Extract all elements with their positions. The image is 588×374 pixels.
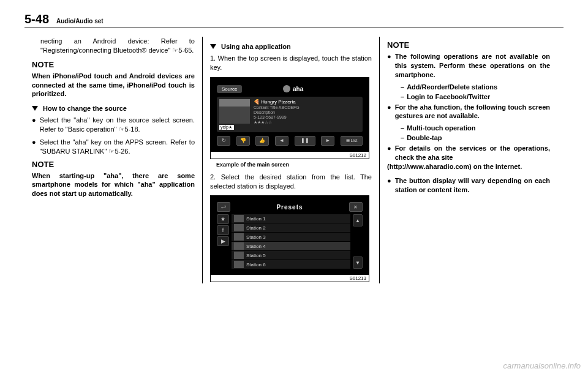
screenshot-aha-presets: ⮐ Presets ✕ ★ f ▶ Station 1 Station 2 St… xyxy=(211,196,369,275)
scroll-down-button[interactable]: ▼ xyxy=(353,256,363,269)
content-title: Content Title ABCDEFG xyxy=(254,105,300,110)
aha-logo: aha xyxy=(283,85,303,92)
down-triangle-icon xyxy=(32,106,38,111)
aha-logo-icon xyxy=(283,85,290,92)
aha-logo-text: aha xyxy=(293,86,303,92)
side-icons: ★ f ▶ xyxy=(217,214,229,269)
repeat-button[interactable]: ↻ xyxy=(217,136,230,146)
presets-title: Presets xyxy=(276,204,303,211)
bullet-icon: ● xyxy=(387,52,391,80)
figure-caption: Example of the main screen xyxy=(216,162,372,168)
watermark: carmanualsonline.info xyxy=(503,361,581,370)
back-button[interactable]: ⮐ xyxy=(217,202,230,212)
note-bullet: ● For the aha function, the following to… xyxy=(387,103,550,121)
yelp-badge: yelp★ xyxy=(219,125,234,130)
facebook-icon[interactable]: f xyxy=(217,225,229,235)
station-title: 🍕 Hungry Pizzeria xyxy=(254,99,300,105)
dash-item: –Add/Reorder/Delete stations xyxy=(387,83,550,91)
note-body: When starting-up "aha", there are some s… xyxy=(32,171,195,199)
dislike-button[interactable]: 👎 xyxy=(236,136,250,146)
bullet-icon: ● xyxy=(387,176,391,195)
station-row[interactable]: Station 3 xyxy=(232,233,350,241)
note-heading: NOTE xyxy=(32,60,195,69)
control-bar: ↻ 👎 👍 ◄ ❚❚ ► ☰ List xyxy=(217,136,363,146)
note-heading: NOTE xyxy=(387,40,550,50)
next-button[interactable]: ► xyxy=(321,136,334,146)
bullet-text: Select the "aha" key on the source selec… xyxy=(40,116,195,134)
page-header: 5-48 Audio/Audio set xyxy=(24,12,564,28)
figure-id: S01213 xyxy=(211,275,369,282)
like-button[interactable]: 👍 xyxy=(255,136,269,146)
note-bullet: ● For details on the services or the ope… xyxy=(387,144,550,162)
url-line: (http://www.aharadio.com) on the interne… xyxy=(387,162,550,171)
dash-item: –Login to Facebook/Twitter xyxy=(387,93,550,100)
station-row-selected[interactable]: Station 4 xyxy=(232,242,350,250)
figure-id: S01212 xyxy=(211,152,369,159)
subheading-label: Using aha application xyxy=(221,43,291,50)
station-thumbnail xyxy=(219,99,250,124)
note-body: When iPhone/iPod touch and Android devic… xyxy=(32,72,195,99)
bullet-icon: ● xyxy=(387,144,391,162)
favorite-icon[interactable]: ★ xyxy=(217,214,229,224)
figure-presets-screen: ⮐ Presets ✕ ★ f ▶ Station 1 Station 2 St… xyxy=(210,195,369,282)
station-list: Station 1 Station 2 Station 3 Station 4 … xyxy=(232,214,350,269)
subheading-label: How to change the source xyxy=(43,105,127,112)
section-title: Audio/Audio set xyxy=(56,18,104,24)
prev-button[interactable]: ◄ xyxy=(275,136,288,146)
scroll-up-button[interactable]: ▲ xyxy=(353,214,363,226)
station-row[interactable]: Station 2 xyxy=(232,223,350,232)
station-row[interactable]: Station 5 xyxy=(232,251,350,260)
step-text: 2. Select the desired station from the l… xyxy=(210,173,372,191)
subheading-using-aha: Using aha application xyxy=(210,43,372,50)
bullet-icon: ● xyxy=(32,116,36,134)
play-icon[interactable]: ▶ xyxy=(217,236,229,246)
phone-number: 5-123-5687-9999 xyxy=(254,115,300,119)
down-triangle-icon xyxy=(210,44,216,49)
bullet-item: ● Select the "aha" key on the source sel… xyxy=(32,116,195,134)
station-card[interactable]: yelp★ 🍕 Hungry Pizzeria Content Title AB… xyxy=(217,97,363,132)
note-bullet: ● The button display will vary depending… xyxy=(387,176,550,195)
close-button[interactable]: ✕ xyxy=(349,202,363,212)
description-label: Description xyxy=(254,110,300,114)
bullet-item: ● Select the "aha" key on the APPS scree… xyxy=(32,138,195,156)
pause-button[interactable]: ❚❚ xyxy=(295,136,315,146)
column-2: Using aha application 1. When the top sc… xyxy=(202,37,380,283)
list-button[interactable]: ☰ List xyxy=(341,136,363,146)
bullet-text: The following operations are not availab… xyxy=(395,52,550,80)
scroll-arrows: ▲ ▼ xyxy=(353,214,363,269)
column-1: necting an Android device: Refer to "Reg… xyxy=(24,37,202,283)
bullet-icon: ● xyxy=(387,103,391,121)
page-number: 5-48 xyxy=(24,12,49,26)
continuation-paragraph: necting an Android device: Refer to "Reg… xyxy=(32,37,195,55)
rating-stars: ★★★☆☆ xyxy=(254,120,300,125)
dash-item: –Double-tap xyxy=(387,134,550,141)
dash-item: –Multi-touch operation xyxy=(387,124,550,132)
content-columns: necting an Android device: Refer to "Reg… xyxy=(24,37,564,283)
bullet-icon: ● xyxy=(32,138,36,156)
step-text: 1. When the top screen is displayed, tou… xyxy=(210,54,372,72)
bullet-text: Select the "aha" key on the APPS screen.… xyxy=(40,138,195,156)
column-3: NOTE ● The following operations are not … xyxy=(380,37,557,283)
screenshot-aha-main: Source aha yelp★ 🍕 Hungry xyxy=(211,78,369,152)
note-bullet: ● The following operations are not avail… xyxy=(387,52,550,80)
subheading-change-source: How to change the source xyxy=(32,105,195,112)
note-heading: NOTE xyxy=(32,160,195,169)
station-row[interactable]: Station 1 xyxy=(232,214,350,223)
figure-main-screen: Source aha yelp★ 🍕 Hungry xyxy=(210,77,369,159)
station-row[interactable]: Station 6 xyxy=(232,260,350,269)
bullet-text: For details on the services or the opera… xyxy=(395,144,550,162)
source-button[interactable]: Source xyxy=(217,85,242,93)
bullet-text: For the aha function, the following touc… xyxy=(395,103,550,121)
bullet-text: The button display will vary depending o… xyxy=(395,176,550,195)
